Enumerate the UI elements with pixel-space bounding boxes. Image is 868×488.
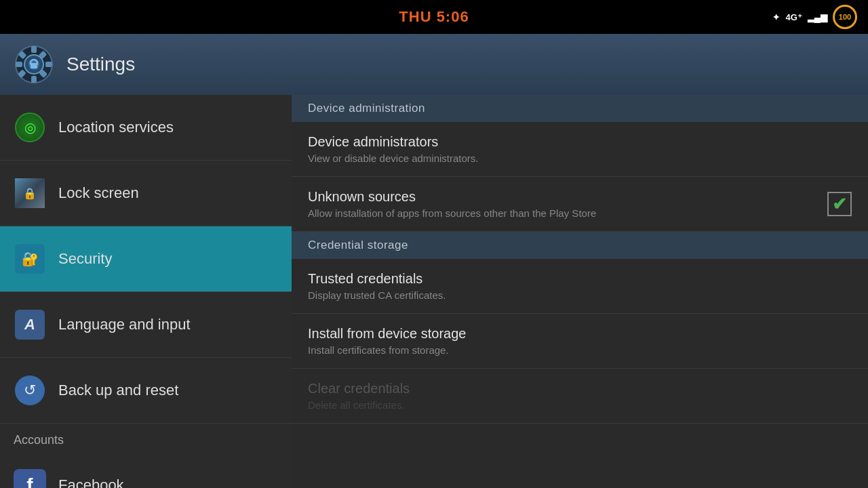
unknown-sources-subtitle: Allow installation of apps from sources … bbox=[308, 207, 852, 219]
trusted-credentials-subtitle: Display trusted CA certificates. bbox=[308, 289, 852, 301]
svg-rect-4 bbox=[45, 62, 52, 67]
signal-bars-icon: ▂▄▆ bbox=[808, 12, 827, 22]
main-content: Location services Lock screen Security A… bbox=[0, 95, 868, 488]
trusted-credentials-title: Trusted credentials bbox=[308, 271, 852, 287]
svg-rect-2 bbox=[31, 76, 37, 83]
app-header: Settings bbox=[0, 34, 868, 95]
status-right-icons: ✦ 4G⁺ ▂▄▆ 100 bbox=[772, 5, 857, 29]
sidebar-item-lock-screen[interactable]: Lock screen bbox=[0, 161, 292, 226]
security-icon bbox=[14, 243, 46, 275]
sidebar-item-location-services[interactable]: Location services bbox=[0, 95, 292, 161]
install-storage-subtitle: Install certificates from storage. bbox=[308, 344, 852, 356]
device-admins-subtitle: View or disable device administrators. bbox=[308, 152, 852, 164]
sidebar-label-language: Language and input bbox=[58, 316, 191, 333]
accounts-section-header: Accounts bbox=[0, 424, 292, 453]
bluetooth-icon: ✦ bbox=[772, 12, 780, 22]
sidebar-item-language-input[interactable]: A Language and input bbox=[0, 292, 292, 358]
sidebar-label-backup: Back up and reset bbox=[58, 382, 178, 399]
install-from-storage-item[interactable]: Install from device storage Install cert… bbox=[292, 314, 868, 369]
right-panel: Device administration Device administrat… bbox=[292, 95, 868, 488]
lockscreen-icon bbox=[14, 177, 46, 209]
sidebar-item-backup-reset[interactable]: ↺ Back up and reset bbox=[0, 358, 292, 424]
credential-storage-section-header: Credential storage bbox=[292, 232, 868, 259]
unknown-sources-item[interactable]: Unknown sources Allow installation of ap… bbox=[292, 177, 868, 232]
status-bar: THU 5:06 ✦ 4G⁺ ▂▄▆ 100 bbox=[0, 0, 868, 34]
facebook-icon: f bbox=[14, 469, 46, 488]
sidebar-item-facebook[interactable]: f Facebook bbox=[0, 453, 292, 488]
network-icon: 4G⁺ bbox=[785, 12, 802, 22]
settings-icon bbox=[14, 44, 54, 85]
svg-rect-12 bbox=[31, 63, 37, 68]
svg-rect-3 bbox=[16, 62, 22, 67]
clear-credentials-title: Clear credentials bbox=[308, 381, 852, 396]
device-admin-section-header: Device administration bbox=[292, 95, 868, 122]
sidebar-label-security: Security bbox=[58, 250, 112, 268]
backup-icon: ↺ bbox=[14, 374, 46, 407]
battery-indicator: 100 bbox=[833, 5, 857, 29]
sidebar: Location services Lock screen Security A… bbox=[0, 95, 292, 488]
checkbox-checked-icon: ✔ bbox=[827, 192, 852, 216]
clear-credentials-item: Clear credentials Delete all certificate… bbox=[292, 369, 868, 424]
checkmark-icon: ✔ bbox=[832, 194, 847, 215]
device-admins-title: Device administrators bbox=[308, 134, 852, 150]
sidebar-label-location: Location services bbox=[58, 119, 174, 136]
unknown-sources-checkbox[interactable]: ✔ bbox=[827, 192, 852, 216]
svg-rect-1 bbox=[31, 46, 37, 53]
status-time: THU 5:06 bbox=[399, 8, 469, 26]
sidebar-item-security[interactable]: Security bbox=[0, 226, 292, 292]
sidebar-label-lockscreen: Lock screen bbox=[58, 184, 139, 202]
unknown-sources-title: Unknown sources bbox=[308, 189, 852, 205]
language-icon: A bbox=[14, 308, 46, 341]
trusted-credentials-item[interactable]: Trusted credentials Display trusted CA c… bbox=[292, 259, 868, 314]
sidebar-label-facebook: Facebook bbox=[58, 476, 124, 488]
install-storage-title: Install from device storage bbox=[308, 326, 852, 342]
location-icon bbox=[14, 111, 46, 144]
clear-credentials-subtitle: Delete all certificates. bbox=[308, 399, 852, 411]
device-administrators-item[interactable]: Device administrators View or disable de… bbox=[292, 122, 868, 177]
app-title: Settings bbox=[66, 54, 135, 75]
